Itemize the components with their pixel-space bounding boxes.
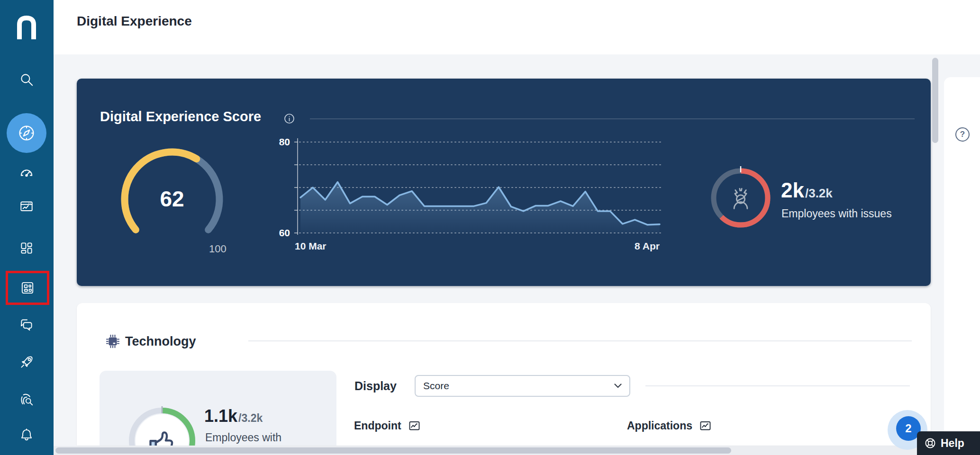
technology-stat-panel: 1.1k /3.2k Employees with bbox=[100, 371, 336, 446]
monitor-chart-icon bbox=[18, 198, 35, 214]
technology-divider bbox=[248, 340, 912, 341]
section-applications: Applications bbox=[627, 419, 712, 432]
digital-experience-score-card: Digital Experience Score 62 100 bbox=[77, 79, 931, 286]
detect-search-icon bbox=[18, 391, 35, 407]
technology-total: /3.2k bbox=[238, 412, 263, 425]
score-card-title: Digital Experience Score bbox=[100, 109, 261, 125]
thumbs-up-icon bbox=[143, 422, 181, 446]
horizontal-scrollbar-thumb[interactable] bbox=[55, 447, 731, 454]
technology-title: Technology bbox=[125, 334, 196, 349]
page-title: Digital Experience bbox=[77, 14, 192, 29]
employees-count: 2k bbox=[781, 179, 804, 202]
chevron-down-icon bbox=[614, 384, 622, 388]
score-value: 62 bbox=[115, 186, 229, 212]
x-axis-label-start: 10 Mar bbox=[295, 241, 327, 252]
help-button-label: Help bbox=[941, 437, 964, 450]
sidebar-item-scores[interactable] bbox=[18, 164, 35, 180]
rocket-icon bbox=[18, 354, 35, 370]
compass-icon bbox=[17, 124, 36, 143]
header: Digital Experience bbox=[54, 0, 980, 54]
chat-icon bbox=[18, 316, 35, 332]
technology-count: 1.1k bbox=[204, 407, 237, 426]
question-mark: ? bbox=[960, 130, 965, 139]
endpoint-label: Endpoint bbox=[354, 419, 401, 432]
score-trend-chart: 80 60 10 Mar 8 Apr bbox=[274, 137, 667, 260]
question-circle-icon[interactable]: ? bbox=[955, 127, 970, 142]
sidebar-item-adopt[interactable] bbox=[18, 354, 35, 370]
help-button[interactable]: Help bbox=[917, 431, 980, 455]
sidebar-item-search[interactable] bbox=[18, 71, 35, 88]
sidebar-item-notifications[interactable] bbox=[18, 427, 35, 443]
display-divider bbox=[645, 385, 910, 386]
nexthink-n-logo[interactable] bbox=[16, 14, 37, 40]
speedometer-icon bbox=[18, 164, 35, 180]
employees-with-issues-value: 2k /3.2k bbox=[781, 179, 833, 202]
x-axis-label-end: 8 Apr bbox=[621, 241, 660, 252]
dashboard-icon bbox=[18, 240, 35, 256]
sidebar bbox=[0, 0, 54, 455]
sidebar-item-diagnose[interactable] bbox=[18, 391, 35, 407]
highlight-box bbox=[6, 271, 49, 305]
technology-stat-caption: Employees with bbox=[205, 431, 281, 444]
chip-icon bbox=[104, 333, 121, 350]
section-endpoint: Endpoint bbox=[354, 419, 421, 432]
line-chart-icon[interactable] bbox=[699, 419, 712, 432]
sidebar-item-library[interactable] bbox=[19, 280, 36, 296]
score-gauge: 62 100 bbox=[115, 140, 229, 259]
vertical-scrollbar-thumb[interactable] bbox=[932, 58, 938, 143]
badge-count: 2 bbox=[905, 422, 911, 435]
applications-label: Applications bbox=[627, 419, 692, 432]
technology-stat-value: 1.1k /3.2k bbox=[204, 407, 263, 426]
frustrated-person-icon bbox=[725, 182, 756, 214]
nexthink-n-logo bbox=[16, 14, 37, 40]
bell-icon bbox=[18, 427, 35, 443]
sidebar-item-digital-experience[interactable] bbox=[7, 113, 46, 153]
y-axis-label-bottom: 60 bbox=[274, 227, 290, 239]
display-dropdown-value: Score bbox=[423, 380, 614, 392]
sidebar-item-dashboards[interactable] bbox=[18, 240, 35, 256]
search-icon bbox=[18, 71, 35, 88]
score-max-label: 100 bbox=[209, 243, 227, 255]
technology-card: Technology 1.1k /3.2k Employees with bbox=[77, 303, 931, 446]
sidebar-item-engage[interactable] bbox=[18, 316, 35, 332]
employees-caption: Employees with issues bbox=[781, 207, 892, 220]
line-chart-icon[interactable] bbox=[408, 419, 421, 432]
display-label: Display bbox=[354, 375, 397, 397]
right-side-panel: ? bbox=[944, 77, 980, 455]
y-axis-label-top: 80 bbox=[274, 136, 290, 148]
sidebar-item-monitoring[interactable] bbox=[18, 198, 35, 214]
employees-total: /3.2k bbox=[805, 186, 833, 201]
info-icon[interactable] bbox=[283, 113, 295, 125]
title-divider bbox=[310, 118, 915, 119]
apps-grid-icon bbox=[19, 280, 36, 296]
display-dropdown[interactable]: Score bbox=[415, 375, 630, 397]
lifebuoy-icon bbox=[924, 437, 936, 449]
